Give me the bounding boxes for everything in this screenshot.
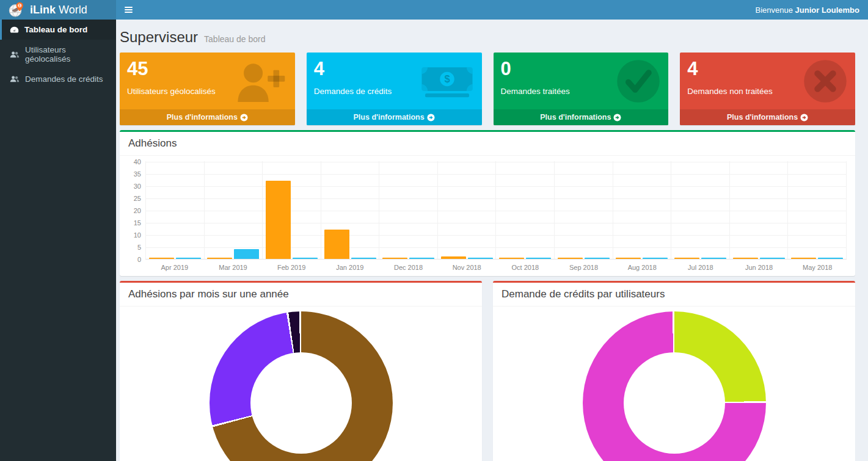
bar-cyan-series [351,258,376,259]
arrow-circle-right-icon [800,114,808,122]
dashboard-icon [10,26,19,34]
stat-label: Demandes non traitées [687,87,848,96]
adhesions-donut-title: Adhésions par mois sur une année [128,288,289,300]
bar-chart-header: Adhésions [120,132,855,156]
stat-box-1: 4Demandes de crédits$Plus d'informations [307,53,482,125]
bar-chart-x-axis: Apr 2019Mar 2019Feb 2019Jan 2019Dec 2018… [145,260,847,271]
users-icon [10,51,20,59]
main-content: Superviseur Tableau de bord 45Utilisateu… [116,20,868,461]
x-tick-label: Jul 2018 [671,260,730,271]
bar-category-5 [437,161,496,259]
x-tick-label: Feb 2019 [262,260,321,271]
adhesions-doughnut-chart [210,311,393,461]
brand-text: iLink World [30,4,87,16]
credits-donut-header: Demande de crédits par utilisateurs [493,283,855,307]
bar-orange-series [149,258,174,259]
bar-cyan-series [643,258,668,259]
sidebar-item-1[interactable]: Utilisateurs géolocalisés [0,40,116,69]
welcome-text: Bienvenue Junior Loulembo [755,5,868,15]
page-header: Superviseur Tableau de bord [120,20,855,53]
bar-category-2 [262,161,321,259]
x-tick-label: Dec 2018 [379,260,438,271]
bar-orange-series [441,256,466,259]
bar-orange-series [616,258,641,259]
x-tick-label: Sep 2018 [555,260,613,271]
sidebar-item-label: Tableau de bord [24,25,87,34]
sidebar-item-label: Utilisateurs géolocalisés [25,45,109,64]
arrow-circle-right-icon [240,114,248,122]
x-tick-label: Jun 2018 [730,260,789,271]
top-navbar: $ iLink World Bienvenue Junior Loulembo [0,0,868,20]
bar-cyan-series [701,258,726,259]
bar-cyan-series [234,249,259,259]
bar-orange-series [674,258,699,259]
sidebar-item-0[interactable]: Tableau de bord [0,20,116,40]
brand-link[interactable]: $ iLink World [0,0,116,20]
more-info-label: Plus d'informations [167,113,238,122]
stat-box-inner: 4Demandes non traitées [680,53,855,109]
page-title: Superviseur [120,29,198,46]
bar-chart-plot [145,162,847,260]
stat-box-inner: 0Demandes traitées [494,53,669,109]
credits-doughnut-chart [583,311,766,461]
bar-cyan-series [585,258,610,259]
sidebar-toggle-hamburger-icon[interactable] [116,0,141,20]
arrow-circle-right-icon [613,114,621,122]
donut-charts-row: Adhésions par mois sur une année Demande… [120,276,855,461]
bar-category-7 [554,161,613,259]
credits-donut-box: Demande de crédits par utilisateurs [493,281,855,461]
x-tick-label: Apr 2019 [145,260,204,271]
stat-label: Demandes traitées [501,87,662,96]
y-tick-label: 40 [134,159,141,165]
stat-value: 0 [501,59,662,79]
y-tick-label: 20 [134,208,141,214]
stat-value: 4 [314,59,475,79]
bar-cyan-series [176,258,201,259]
bar-category-1 [204,161,263,259]
stat-box-0: 45Utilisateurs géolocalisésPlus d'inform… [120,53,295,125]
bar-orange-series [324,230,349,259]
sidebar-menu: Tableau de bordUtilisateurs géolocalisés… [0,20,116,89]
bar-chart-box: Adhésions 4035302520151050 Apr 2019Mar 2… [120,130,855,276]
stat-boxes-row: 45Utilisateurs géolocalisésPlus d'inform… [120,53,855,125]
y-tick-label: 0 [137,256,141,263]
y-tick-label: 35 [134,171,141,178]
arrow-circle-right-icon [427,114,435,122]
bar-category-3 [321,161,379,259]
bar-category-6 [495,161,554,259]
bar-cyan-series [468,258,493,259]
more-info-link[interactable]: Plus d'informations [307,109,482,125]
more-info-link[interactable]: Plus d'informations [680,109,855,125]
more-info-link[interactable]: Plus d'informations [120,109,295,125]
users-icon [10,75,20,83]
stat-box-2: 0Demandes traitéesPlus d'informations [494,53,669,125]
bar-chart-y-axis: 4035302520151050 [128,162,145,260]
stat-value: 45 [127,59,288,79]
bar-orange-series [499,258,524,259]
bar-category-4 [379,161,437,259]
adhesions-donut-header: Adhésions par mois sur une année [120,283,482,307]
bar-orange-series [207,258,232,259]
bar-cyan-series [409,258,434,259]
bar-chart-body: 4035302520151050 Apr 2019Mar 2019Feb 201… [120,156,855,276]
more-info-label: Plus d'informations [540,113,611,122]
more-info-link[interactable]: Plus d'informations [494,109,669,125]
bar-cyan-series [293,258,318,259]
bar-category-11 [787,161,847,259]
x-tick-label: Aug 2018 [613,260,671,271]
x-tick-label: Nov 2018 [437,260,496,271]
more-info-label: Plus d'informations [354,113,425,122]
sidebar-item-2[interactable]: Demandes de crédits [0,69,116,89]
bar-orange-series [791,258,816,259]
stat-box-inner: 45Utilisateurs géolocalisés [120,53,295,109]
stat-label: Demandes de crédits [314,87,475,96]
adhesions-donut-body [120,307,482,461]
x-tick-label: Mar 2019 [204,260,263,271]
bar-cyan-series [760,258,785,259]
stat-box-3: 4Demandes non traitéesPlus d'information… [680,53,855,125]
bar-orange-series [266,181,291,259]
bar-cyan-series [526,258,551,259]
stat-value: 4 [687,59,848,79]
bar-category-10 [729,161,788,259]
stat-box-inner: 4Demandes de crédits [307,53,482,109]
